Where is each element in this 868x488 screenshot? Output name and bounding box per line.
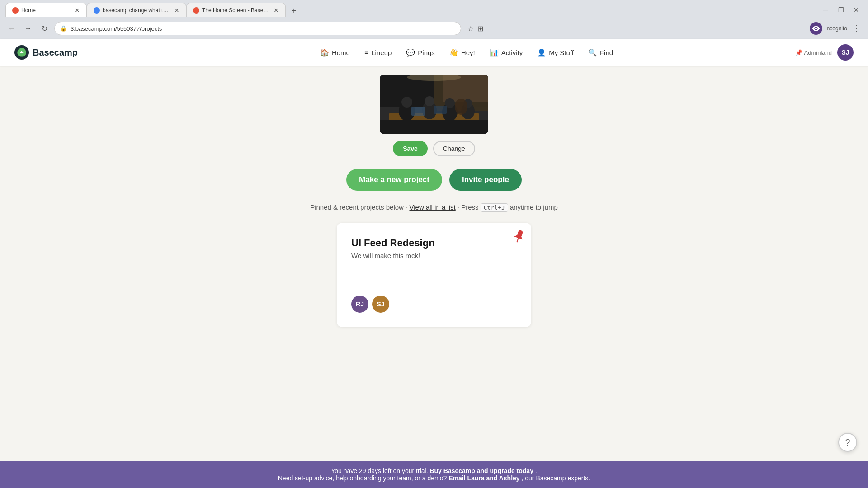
app-container: Basecamp 🏠 Home ≡ Lineup 💬 Pings 👋 Hey! xyxy=(0,39,868,488)
browser-titlebar: Home ✕ basecamp change what to show ✕ Th… xyxy=(0,0,868,18)
project-title: UI Feed Redesign xyxy=(351,237,517,249)
member-avatar-rj: RJ xyxy=(351,296,368,313)
pin-small-icon: 📌 xyxy=(795,49,802,56)
tab-close-3[interactable]: ✕ xyxy=(274,7,279,14)
main-content: Save Change Make a new project Invite pe… xyxy=(0,66,868,336)
nav-item-home-label: Home xyxy=(332,49,350,56)
project-description: We will make this rock! xyxy=(351,252,517,259)
browser-addressbar: ← → ↻ 🔒 3.basecamp.com/5550377/projects … xyxy=(0,18,868,39)
nav-item-pings[interactable]: 💬 Pings xyxy=(400,45,441,61)
member-avatar-sj: SJ xyxy=(372,296,389,313)
tab-close-2[interactable]: ✕ xyxy=(174,7,179,14)
tab-title-3: The Home Screen - Basecamp H... xyxy=(202,7,271,14)
browser-tabs: Home ✕ basecamp change what to show ✕ Th… xyxy=(5,1,300,17)
subtitle-part3: anytime to jump xyxy=(510,203,558,211)
minimize-button[interactable]: ─ xyxy=(819,4,832,16)
nav-item-hey-label: Hey! xyxy=(461,49,475,56)
sidebar-toggle-icon[interactable]: ⊞ xyxy=(477,24,483,33)
back-button[interactable]: ← xyxy=(5,22,18,35)
top-navigation: Basecamp 🏠 Home ≡ Lineup 💬 Pings 👋 Hey! xyxy=(0,39,868,66)
svg-point-15 xyxy=(455,99,467,115)
incognito-label: Incognito xyxy=(825,25,847,32)
activity-icon: 📊 xyxy=(490,48,499,57)
browser-tab-3[interactable]: The Home Screen - Basecamp H... ✕ xyxy=(186,3,286,17)
browser-more-button[interactable]: ⋮ xyxy=(850,22,863,35)
address-url: 3.basecamp.com/5550377/projects xyxy=(71,25,455,32)
help-button[interactable]: ? xyxy=(838,433,857,452)
nav-item-lineup[interactable]: ≡ Lineup xyxy=(358,45,398,60)
big-actions: Make a new project Invite people xyxy=(346,169,522,191)
nav-item-activity[interactable]: 📊 Activity xyxy=(483,45,529,61)
svg-point-10 xyxy=(425,96,434,106)
nav-item-lineup-label: Lineup xyxy=(371,49,392,56)
bookmark-icon[interactable]: ☆ xyxy=(467,24,474,33)
nav-item-find-label: Find xyxy=(600,49,613,56)
new-project-button[interactable]: Make a new project xyxy=(346,169,442,191)
nav-item-mystuff[interactable]: 👤 My Stuff xyxy=(531,45,580,61)
pin-icon[interactable] xyxy=(511,229,526,247)
buy-link[interactable]: Buy Basecamp and upgrade today xyxy=(429,467,533,474)
tab-favicon-3 xyxy=(193,7,199,14)
reload-button[interactable]: ↻ xyxy=(38,22,51,35)
hero-image-container xyxy=(380,75,488,134)
window-controls: ─ ❐ ✕ xyxy=(819,4,863,16)
advice-suffix: , our Basecamp experts. xyxy=(522,474,590,482)
close-window-button[interactable]: ✕ xyxy=(850,4,863,16)
nav-item-hey[interactable]: 👋 Hey! xyxy=(443,45,481,61)
project-card[interactable]: UI Feed Redesign We will make this rock!… xyxy=(337,223,531,327)
svg-rect-16 xyxy=(411,107,425,116)
nav-item-activity-label: Activity xyxy=(501,49,523,56)
find-icon: 🔍 xyxy=(588,48,597,57)
save-button[interactable]: Save xyxy=(393,141,428,156)
subtitle-part2: · Press xyxy=(458,203,481,211)
nav-item-find[interactable]: 🔍 Find xyxy=(582,45,619,61)
subtitle-part1: Pinned & recent projects below · xyxy=(310,203,409,211)
pin-svg xyxy=(512,229,526,244)
svg-rect-19 xyxy=(516,238,519,243)
pings-icon: 💬 xyxy=(406,48,415,57)
browser-frame: Home ✕ basecamp change what to show ✕ Th… xyxy=(0,0,868,488)
nav-items: 🏠 Home ≡ Lineup 💬 Pings 👋 Hey! 📊 A xyxy=(96,45,837,61)
footer-line-1: You have 29 days left on your trial. Buy… xyxy=(9,467,859,474)
adminland-link[interactable]: 📌 Adminland xyxy=(795,49,832,56)
project-members: RJ SJ xyxy=(351,296,517,313)
new-tab-button[interactable]: + xyxy=(288,5,300,17)
tab-close-1[interactable]: ✕ xyxy=(75,7,80,14)
home-icon: 🏠 xyxy=(320,48,329,57)
member-initials-rj: RJ xyxy=(356,300,364,308)
view-all-link[interactable]: View all in a list xyxy=(409,203,455,211)
footer-banner: You have 29 days left on your trial. Buy… xyxy=(0,461,868,488)
email-link[interactable]: Email Laura and Ashley xyxy=(448,474,519,482)
adminland-label: Adminland xyxy=(804,49,832,56)
browser-tab-1[interactable]: Home ✕ xyxy=(5,3,87,17)
nav-item-mystuff-label: My Stuff xyxy=(549,49,574,56)
trial-text: You have 29 days left on your trial. xyxy=(331,467,429,474)
logo-icon-svg xyxy=(14,45,29,60)
logo-text: Basecamp xyxy=(33,47,78,58)
meeting-photo-svg xyxy=(380,75,488,134)
browser-tab-2[interactable]: basecamp change what to show ✕ xyxy=(87,3,186,17)
advice-text: Need set-up advice, help onboarding your… xyxy=(278,474,448,482)
invite-people-button[interactable]: Invite people xyxy=(449,169,522,191)
mystuff-icon: 👤 xyxy=(537,48,546,57)
basecamp-logo[interactable]: Basecamp xyxy=(14,45,78,60)
buy-suffix: . xyxy=(535,467,537,474)
svg-rect-18 xyxy=(380,120,488,134)
address-bar[interactable]: 🔒 3.basecamp.com/5550377/projects xyxy=(54,22,461,35)
hey-icon: 👋 xyxy=(449,48,458,57)
forward-button[interactable]: → xyxy=(22,22,34,35)
member-initials-sj: SJ xyxy=(377,300,384,308)
meeting-room-image xyxy=(380,75,488,134)
tab-title-2: basecamp change what to show xyxy=(103,7,171,14)
image-actions: Save Change xyxy=(393,141,475,156)
maximize-button[interactable]: ❐ xyxy=(835,4,847,16)
tab-title-1: Home xyxy=(21,7,72,14)
profile-area: Incognito ⋮ xyxy=(810,22,863,35)
lineup-icon: ≡ xyxy=(364,48,368,56)
change-button[interactable]: Change xyxy=(433,141,475,156)
incognito-profile-icon[interactable] xyxy=(810,22,822,35)
nav-item-home[interactable]: 🏠 Home xyxy=(314,45,356,61)
user-avatar[interactable]: SJ xyxy=(837,44,854,61)
keyboard-shortcut: Ctrl+J xyxy=(481,203,508,212)
lock-icon: 🔒 xyxy=(60,25,67,32)
